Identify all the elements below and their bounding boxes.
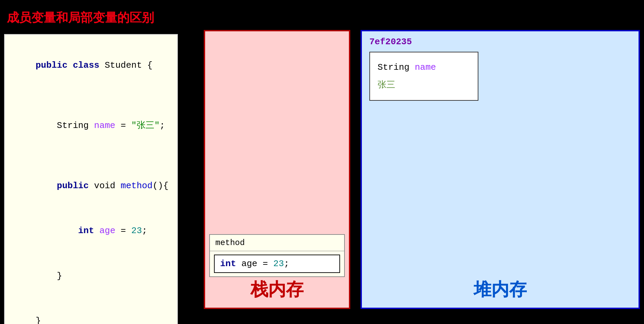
method-frame-body: int age = 23; xyxy=(210,251,344,276)
stack-label: 栈内存 xyxy=(205,278,349,302)
close-brace-outer: } xyxy=(35,316,41,324)
indent-2: String xyxy=(35,120,94,131)
heap-field-line: String name xyxy=(378,59,470,76)
indent-3 xyxy=(35,226,78,236)
class-name: Student { xyxy=(105,60,152,70)
heap-address: 7ef20235 xyxy=(369,37,412,47)
stack-area: method int age = 23; 栈内存 xyxy=(204,30,350,309)
code-line-blank-2 xyxy=(14,148,168,163)
method-frame-title: method xyxy=(210,235,344,251)
heap-field-name: name xyxy=(415,62,436,72)
assign-2: = xyxy=(115,226,131,236)
var-box-age: int age = 23; xyxy=(214,255,340,273)
heap-label: 堆内存 xyxy=(362,278,639,302)
method-name: method xyxy=(121,181,153,191)
heap-area: 7ef20235 String name 张三 堆内存 xyxy=(361,30,640,309)
code-line-6: int age = 23; xyxy=(14,208,168,254)
age-value-stack: 23 xyxy=(273,259,284,269)
heap-object: String name 张三 xyxy=(369,52,478,101)
heap-field-type: String xyxy=(378,62,415,72)
var-name-name: name xyxy=(94,120,115,131)
num-23: 23 xyxy=(131,226,142,236)
assign-1: = xyxy=(115,120,131,131)
close-brace-inner: } xyxy=(35,271,62,281)
code-line-7: } xyxy=(14,254,168,299)
keyword-public-2: public xyxy=(35,181,89,191)
semi-2: ; xyxy=(142,226,148,236)
heap-field-value-line: 张三 xyxy=(378,76,470,94)
age-assign-stack: age = xyxy=(236,259,273,269)
code-line-blank-1 xyxy=(14,88,168,103)
semi-1: ; xyxy=(160,120,165,131)
code-line-3: String name = "张三"; xyxy=(14,103,168,148)
var-name-age: age xyxy=(99,226,116,236)
code-line-1: public class Student { xyxy=(14,43,168,88)
keyword-class: class xyxy=(73,60,105,70)
code-line-8: } xyxy=(14,298,168,324)
heap-field-value: 张三 xyxy=(378,80,395,90)
method-frame: method int age = 23; xyxy=(209,234,345,277)
void-text: void xyxy=(89,181,121,191)
page-title: 成员变量和局部变量的区别 xyxy=(7,10,154,26)
string-value: "张三" xyxy=(131,120,159,131)
keyword-public-1: public xyxy=(35,60,73,70)
space-2 xyxy=(94,226,99,236)
code-line-5: public void method(){ xyxy=(14,163,168,209)
int-keyword-stack: int xyxy=(220,259,236,269)
keyword-int: int xyxy=(78,226,94,236)
parens: (){ xyxy=(153,181,169,191)
age-semi-stack: ; xyxy=(284,259,289,269)
code-block: public class Student { String name = "张三… xyxy=(4,34,178,324)
